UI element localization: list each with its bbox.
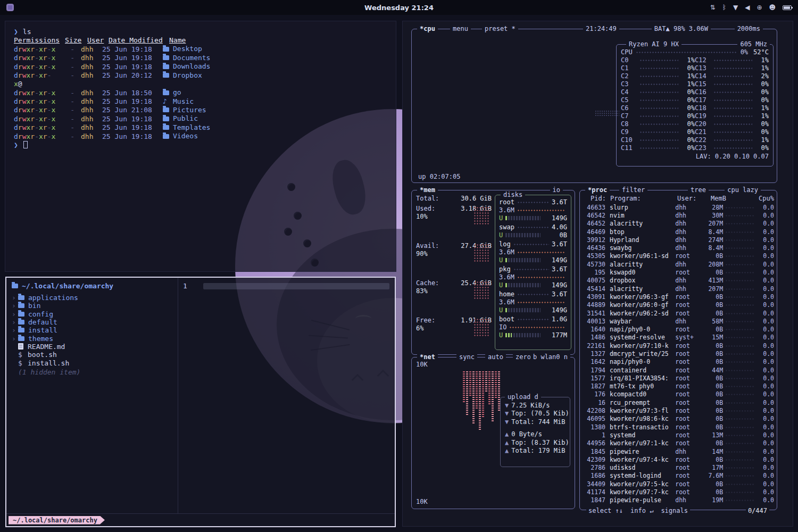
file-entry[interactable]: Videos [163,132,387,140]
process-row[interactable]: 31541kworker/u96:2-sdroot0B0.0 [583,309,774,317]
tree-item-install[interactable]: ›install [12,326,389,334]
file-entry[interactable]: Pictures [163,106,387,114]
volume-icon[interactable]: ◀ [745,4,750,11]
tree-item-config[interactable]: ›config [12,310,389,318]
app-launcher-icon[interactable] [6,4,14,11]
tree-item-readme-md[interactable]: README.md [12,343,389,351]
process-row[interactable]: 1577irq/81-PIXA3854:root0B0.0 [583,374,774,382]
menu-button[interactable]: menu [450,24,471,33]
disk-activity-line: 3.6M [499,273,567,281]
select-button[interactable]: select ↑↓ [588,507,623,514]
process-row[interactable]: 46095kworker/u98:6-kcroot0B0.0 [583,415,774,423]
file-manager-window[interactable]: ~/.local/share/omarchy ›applications›bin… [5,277,396,527]
mem-box-title[interactable]: *mem [417,186,438,194]
process-row[interactable]: 22161kworker/u97:10-kroot0B0.0 [583,342,774,350]
battery-icon[interactable] [783,5,792,10]
process-row[interactable]: 2786udisksdroot17M0.0 [583,464,774,472]
process-row[interactable]: 39912Hyprlanddhh274M0.0 [583,236,774,244]
file-entry[interactable]: ♪Music [163,97,387,106]
prompt-line-empty[interactable]: ❯ [14,141,387,149]
process-row[interactable]: 40013waybardhh58M0.0 [583,317,774,325]
net-interface[interactable]: b wlan0 n [530,353,570,361]
net-upload-row: ▲0 Byte/s [505,430,566,439]
tree-toggle[interactable]: tree [688,186,709,194]
process-row[interactable]: 1640napi/phy0-0root0B0.0 [583,325,774,333]
process-row[interactable]: 1642napi/phy0-0root0B0.0 [583,358,774,366]
process-row[interactable]: 1327dmcrypt_write/25root0B0.0 [583,350,774,358]
folder-icon [18,328,24,332]
process-row[interactable]: 1845pipewiredhh14M0.0 [583,447,774,455]
file-date-modified: 25 Jun 19:18 [102,45,159,54]
tree-item-themes[interactable]: ›themes [12,334,389,342]
process-row[interactable]: 46633slurpdhh28M0.0 [583,203,774,211]
tree-item-applications[interactable]: ›applications [12,294,389,302]
process-row[interactable]: 1686systemd-logindroot7.6M0.0 [583,472,774,480]
file-entry[interactable]: Documents [163,54,387,62]
file-entry[interactable]: Desktop [163,45,387,53]
process-row[interactable]: 42208kworker/u97:3-flroot0B0.0 [583,406,774,414]
upload-panel-title[interactable]: upload d [505,393,541,401]
io-toggle[interactable]: io [550,186,563,194]
process-row[interactable]: 45305kworker/u96:1-sdroot0B0.0 [583,252,774,260]
process-row[interactable]: 46542nvimdhh30M0.0 [583,211,774,219]
process-row[interactable]: 44956kworker/u97:1-kcroot0B0.0 [583,439,774,447]
process-row[interactable]: 41174kworker/u97:7-kcroot0B0.0 [583,488,774,496]
wifi-icon[interactable]: ▼ [733,4,738,11]
process-row[interactable]: 1380btrfs-transactioroot0B0.0 [583,423,774,431]
tree-item-bin[interactable]: ›bin [12,302,389,310]
disks-title[interactable]: disks [501,190,525,199]
tree-item-default[interactable]: ›default [12,318,389,326]
process-row[interactable]: 46436swaybgdhh8.4M0.0 [583,244,774,252]
process-row[interactable]: 34409kworker/u97:5-kcroot0B0.0 [583,480,774,488]
process-row[interactable]: 1486systemd-resolvesyst+15M0.0 [583,334,774,342]
filter-button[interactable]: filter [619,186,647,194]
process-row[interactable]: 45730alacrittydhh208M0.0 [583,260,774,268]
tree-item-install-sh[interactable]: $install.sh [12,359,389,367]
info-button[interactable]: info ↵ [630,507,653,514]
tree-item-label: applications [28,294,78,302]
net-auto-button[interactable]: auto [485,353,506,361]
net-box-title[interactable]: *net [417,353,438,361]
tree-item-boot-sh[interactable]: $boot.sh [12,351,389,359]
preset-button[interactable]: preset * [482,24,518,33]
header-program[interactable]: Program: [610,195,674,202]
globe-icon[interactable]: ⊕ [757,4,762,11]
process-row[interactable]: 1827mt76-tx phy0root0B0.0 [583,383,774,390]
net-sync-button[interactable]: sync [456,353,477,361]
process-row[interactable]: 1847pipewire-pulsedhh19M0.0 [583,496,774,504]
file-entry[interactable]: Downloads [163,62,387,71]
process-row[interactable]: 44889kworker/u96:0-gfroot0B0.0 [583,301,774,309]
header-cpu[interactable]: Cpu% [755,195,774,202]
header-proc-user[interactable]: User: [677,195,705,202]
process-row[interactable]: 16rcu_preemptroot0B0.0 [583,398,774,406]
process-row[interactable]: 1794containerdroot44M0.0 [583,366,774,374]
file-entry[interactable]: Templates [163,123,387,132]
process-row[interactable]: 42309kworker/u97:4-kcroot0B0.0 [583,455,774,463]
header-pid[interactable]: Pid: [583,195,606,202]
process-row[interactable]: 195kswapd0root0B0.0 [583,268,774,276]
process-row[interactable]: 46452alacrittydhh207M0.0 [583,220,774,228]
user-icon[interactable]: ☻ [769,4,776,11]
file-entry[interactable]: Public [163,114,387,123]
process-row[interactable]: 1systemdroot13M0.0 [583,431,774,439]
terminal-window-ls[interactable]: ❯ ls Permissions Size User Date Modified… [5,21,396,271]
core-percent: 1% [755,104,769,112]
cpu-box-title[interactable]: *cpu [417,24,438,33]
updown-arrows-icon[interactable]: ⇅ [710,4,716,11]
bluetooth-icon[interactable]: ᛒ [722,4,726,11]
btop-window[interactable]: *cpu menu preset * 21:24:49 BAT▲ 98% 3.0… [403,21,793,526]
signals-button[interactable]: signals [661,507,688,514]
file-entry[interactable]: go [163,88,387,97]
sort-mode[interactable]: cpu lazy [725,186,761,194]
proc-box-title[interactable]: *proc [585,186,610,194]
graph-column [492,371,494,422]
process-row[interactable]: 43091kworker/u96:3-gfroot0B0.0 [583,293,774,301]
header-mem[interactable]: MemB [705,195,726,202]
process-row[interactable]: 176kcompactd0root0B0.0 [583,390,774,398]
process-row[interactable]: 45414alacrittydhh207M0.0 [583,285,774,293]
process-row[interactable]: 46469btopdhh8.4M0.0 [583,228,774,236]
process-row[interactable]: 40075dropboxdhh413M0.0 [583,277,774,285]
update-interval[interactable]: 2000ms [735,24,763,33]
file-entry[interactable]: Dropbox [163,71,387,80]
process-user: root [675,301,702,309]
